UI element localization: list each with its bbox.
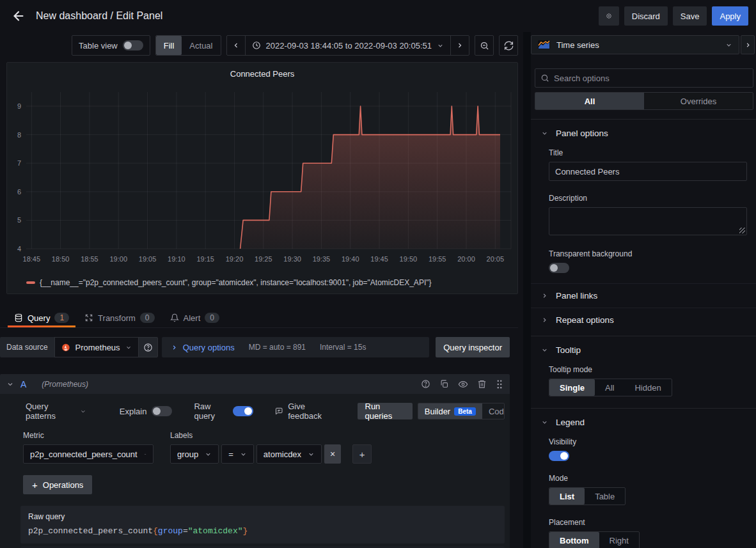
code-option[interactable]: Code <box>482 403 505 419</box>
hide-query-icon[interactable] <box>458 379 468 389</box>
label-operator-select[interactable]: = <box>221 444 254 464</box>
svg-text:19:50: 19:50 <box>400 255 418 263</box>
search-options-input[interactable] <box>554 74 748 83</box>
discard-button[interactable]: Discard <box>624 6 668 26</box>
max-data-points-stat: MD = auto = 891 <box>249 343 306 352</box>
query-options-link[interactable]: Query options <box>171 343 235 352</box>
tab-overrides[interactable]: Overrides <box>644 93 753 109</box>
label-value-select[interactable]: atomicdex <box>256 444 322 464</box>
time-forward-button[interactable] <box>451 36 469 55</box>
tooltip-mode-single[interactable]: Single <box>549 379 595 396</box>
legend-placement-segment: Bottom Right <box>549 531 640 548</box>
beta-badge: Beta <box>454 407 476 416</box>
query-inspector-button[interactable]: Query inspector <box>436 337 510 357</box>
svg-text:6: 6 <box>17 188 21 196</box>
query-ref-id[interactable]: A <box>20 379 26 389</box>
chevron-right-icon <box>541 292 548 299</box>
zoom-out-button[interactable] <box>475 35 494 56</box>
back-button[interactable] <box>8 5 29 27</box>
tooltip-mode-segment: Single All Hidden <box>549 379 672 396</box>
query-options-header[interactable]: Query options MD = auto = 891 Interval =… <box>162 337 430 357</box>
explain-toggle[interactable] <box>152 406 172 416</box>
timeseries-chart[interactable]: 45678918:4518:5018:5519:0019:0519:1019:1… <box>7 84 517 276</box>
arrow-left-icon <box>12 9 26 23</box>
drag-handle[interactable] <box>496 379 503 389</box>
legend-header[interactable]: Legend <box>531 409 756 427</box>
legend-visibility-toggle[interactable] <box>549 451 569 461</box>
explain-control: Explain <box>120 406 173 416</box>
collapse-sidebar-button[interactable] <box>741 35 755 54</box>
svg-text:4: 4 <box>17 245 21 253</box>
chevron-right-icon <box>171 344 178 351</box>
description-label: Description <box>549 194 747 203</box>
refresh-button[interactable] <box>499 35 518 56</box>
panel-settings-button[interactable] <box>599 6 619 26</box>
chevron-down-icon <box>437 42 444 49</box>
database-icon <box>14 313 23 322</box>
apply-button[interactable]: Apply <box>712 6 748 26</box>
raw-query-toggle[interactable] <box>233 406 253 416</box>
query-help-icon[interactable] <box>421 379 430 389</box>
repeat-options-row[interactable]: Repeat options <box>531 308 756 332</box>
time-back-button[interactable] <box>227 36 245 55</box>
svg-text:19:45: 19:45 <box>370 255 388 263</box>
panel-title-input[interactable] <box>549 162 747 181</box>
time-range-picker[interactable]: 2022-09-03 18:44:05 to 2022-09-03 20:05:… <box>245 36 452 55</box>
legend-placement-bottom[interactable]: Bottom <box>549 532 599 548</box>
table-view-toggle[interactable] <box>123 40 143 51</box>
tab-transform[interactable]: Transform 0 <box>77 308 162 327</box>
svg-text:20:05: 20:05 <box>487 255 505 263</box>
svg-text:19:20: 19:20 <box>226 255 244 263</box>
explain-label: Explain <box>120 407 147 416</box>
tooltip-mode-all[interactable]: All <box>595 379 624 396</box>
main-column: Table view Fill Actual 2022-09-03 18:44:… <box>0 32 524 548</box>
refresh-icon <box>504 41 514 51</box>
description-textarea[interactable] <box>549 207 747 235</box>
datasource-picker[interactable]: Prometheus <box>54 337 139 357</box>
legend-mode-table[interactable]: Table <box>585 488 625 505</box>
legend-mode-list[interactable]: List <box>549 488 585 505</box>
legend-placement-right[interactable]: Right <box>599 532 639 548</box>
svg-text:8: 8 <box>17 131 21 139</box>
panel-links-row[interactable]: Panel links <box>531 283 756 308</box>
series-label[interactable]: {__name__="p2p_connected_peers_count", g… <box>40 278 431 287</box>
query-row-header[interactable]: A (Prometheus) <box>0 374 510 394</box>
label-key-value: group <box>177 450 198 459</box>
delete-query-icon[interactable] <box>477 379 487 389</box>
actual-option[interactable]: Actual <box>182 36 220 55</box>
legend-section: Legend Visibility Mode List Table Placem… <box>531 408 756 548</box>
metric-select[interactable]: p2p_connected_peers_count <box>23 444 154 464</box>
label-key-select[interactable]: group <box>170 444 219 464</box>
builder-code-segment: Builder Beta Code <box>418 403 505 419</box>
add-label-button[interactable]: + <box>352 444 372 464</box>
prometheus-icon <box>61 343 70 352</box>
fill-option[interactable]: Fill <box>156 36 182 55</box>
tooltip-header[interactable]: Tooltip <box>531 336 756 355</box>
metric-value: p2p_connected_peers_count <box>30 450 138 459</box>
save-button[interactable]: Save <box>673 6 707 26</box>
run-queries-button[interactable]: Run queries <box>358 403 413 419</box>
tab-query-count: 1 <box>54 313 69 323</box>
tooltip-mode-hidden[interactable]: Hidden <box>624 379 671 396</box>
chevron-down-icon <box>144 451 146 458</box>
search-options-box <box>535 68 753 88</box>
label-operator-value: = <box>228 450 233 459</box>
labels-field: Labels group = atomicdex <box>170 431 372 464</box>
add-operations-button[interactable]: + Operations <box>23 475 92 494</box>
chevron-down-icon[interactable] <box>6 380 14 388</box>
datasource-name: Prometheus <box>75 343 120 352</box>
remove-label-button[interactable]: × <box>324 444 341 464</box>
query-patterns-dropdown[interactable]: Query patterns <box>26 402 86 421</box>
resize-grip[interactable] <box>739 228 745 233</box>
tab-all[interactable]: All <box>535 93 644 109</box>
duplicate-query-icon[interactable] <box>439 379 449 389</box>
tab-alert[interactable]: Alert 0 <box>162 308 227 327</box>
panel-options-header[interactable]: Panel options <box>531 120 756 138</box>
visualization-picker[interactable]: Time series <box>531 35 739 54</box>
transparent-background-toggle[interactable] <box>549 263 569 273</box>
datasource-help-button[interactable] <box>139 337 158 357</box>
give-feedback-link[interactable]: Give feedback <box>275 402 336 421</box>
tab-query[interactable]: Query 1 <box>6 308 77 327</box>
code-brace-open: { <box>153 526 158 536</box>
builder-option[interactable]: Builder Beta <box>418 403 482 419</box>
